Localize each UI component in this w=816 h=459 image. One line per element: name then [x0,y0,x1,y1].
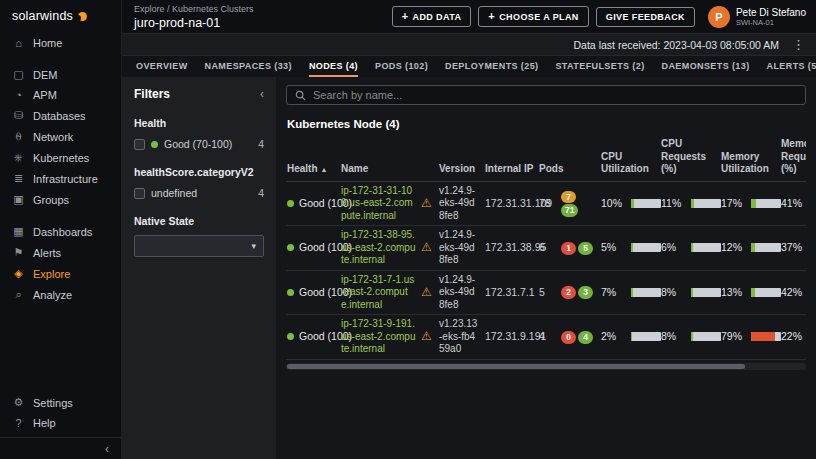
version-value: v1.24.9-eks-49d8fe8 [438,181,484,226]
progress-bar [751,199,781,208]
sidebar-item-apm[interactable]: ◔ APM [0,85,121,105]
kebab-menu-icon[interactable]: ⋮ [789,38,808,51]
tab-statefulsets[interactable]: STATEFULSETS (2) [555,56,644,77]
tab-overview[interactable]: OVERVIEW [136,56,188,77]
sidebar-item-help[interactable]: ? Help [0,413,121,433]
nodes-table-wrap: Health▲ Name Version Internal IP Pods CP… [286,134,806,360]
plus-icon: + [402,11,409,22]
sidebar-item-explore[interactable]: ◈ Explore [0,263,121,284]
choose-a-plan-label: CHOOSE A PLAN [499,12,579,22]
warning-triangle-icon[interactable]: ⚠ [421,240,432,254]
data-last-received-text: Data last received: 2023-04-03 08:05:00 … [574,39,779,51]
tab-deployments[interactable]: DEPLOYMENTS (25) [445,56,538,77]
memory-utilization-cell: 13% [721,286,776,299]
tab-pods[interactable]: PODS (102) [375,56,428,77]
node-name-link[interactable]: ip-172-31-31-109.us-east-2.compute.inter… [341,185,416,223]
content: Filters ‹ Health Good (70-100) 4 healthS… [122,77,816,459]
sidebar-item-label: Dashboards [33,226,92,238]
add-data-label: ADD DATA [413,12,462,22]
col-memory-utilization[interactable]: Memory Utilization [720,134,780,181]
alerts-icon: ⚑ [12,246,25,259]
col-internal-ip[interactable]: Internal IP [484,134,538,181]
cpu-requests-cell: 6% [661,241,716,254]
filter-section-category: healthScore.categoryV2 [134,166,264,178]
filter-section-health: Health [134,117,264,129]
search-box [286,85,806,105]
cpu-requests-cell: 11% [661,197,716,210]
choose-a-plan-button[interactable]: + CHOOSE A PLAN [478,6,588,27]
node-name-link[interactable]: ip-172-31-38-95.us-east-2.compute.intern… [341,229,416,267]
node-name-link[interactable]: ip-172-31-7-1.us-east-2.compute.internal [341,274,416,312]
tab-daemonsets[interactable]: DAEMONSETS (13) [662,56,750,77]
pods-critical-badge[interactable]: 2 [561,286,576,299]
progress-bar [691,199,721,208]
search-input[interactable] [313,89,797,101]
pods-ok-badge[interactable]: 4 [578,331,593,344]
col-name[interactable]: Name [340,134,420,181]
warning-triangle-icon[interactable]: ⚠ [421,329,432,343]
progress-bar [751,332,781,341]
progress-bar [751,288,781,297]
tab-namespaces[interactable]: NAMESPACES (33) [205,56,292,77]
filters-header: Filters ‹ [134,87,264,101]
warning-triangle-icon[interactable]: ⚠ [421,196,432,210]
filters-collapse-icon[interactable]: ‹ [260,87,264,101]
sidebar-item-network[interactable]: ⍬ Network [0,126,121,147]
col-cpu-utilization[interactable]: CPU Utilization [600,134,660,181]
pods-ok-badge[interactable]: 5 [578,242,593,255]
pods-count: 78 [538,181,560,226]
sidebar-item-groups[interactable]: ▣ Groups [0,189,121,210]
col-cpu-requests[interactable]: CPU Requests (%) [660,134,720,181]
sidebar-item-label: Groups [33,194,69,206]
add-data-button[interactable]: + ADD DATA [392,6,472,27]
sidebar-item-infrastructure[interactable]: ≣ Infrastructure [0,168,121,189]
main-panel: Kubernetes Node (4) Health▲ Name [276,77,816,459]
checkbox-undefined[interactable] [134,188,145,199]
horizontal-scrollbar-thumb[interactable] [287,364,745,369]
sidebar-item-analyze[interactable]: ⌕ Analyze [0,284,121,305]
breadcrumb-kubernetes-clusters-link[interactable]: Kubernetes Clusters [172,4,254,14]
dashboards-icon: ▦ [12,225,25,238]
sidebar: solarwinds ⌂ Home ▢ DEM ◔ APM ⛁ Database… [0,0,122,459]
tab-nodes[interactable]: NODES (4) [309,56,358,77]
sidebar-item-kubernetes[interactable]: ⎈ Kubernetes [0,147,121,168]
checkbox-good[interactable] [134,139,145,150]
pods-ok-badge[interactable]: 71 [561,204,578,217]
sidebar-item-label: Alerts [33,247,61,259]
sidebar-item-databases[interactable]: ⛁ Databases [0,105,121,126]
sidebar-item-alerts[interactable]: ⚑ Alerts [0,242,121,263]
col-memory-requests[interactable]: Memory Requests (%) [780,134,806,181]
node-name-link[interactable]: ip-172-31-9-191.us-east-2.compute.intern… [341,318,416,356]
table-row: Good (100) ip-172-31-9-191.us-east-2.com… [286,315,806,360]
breadcrumb-explore-link[interactable]: Explore [134,4,165,14]
memory-utilization-cell: 17% [721,197,776,210]
table-header-row: Health▲ Name Version Internal IP Pods CP… [286,134,806,181]
sidebar-item-dashboards[interactable]: ▦ Dashboards [0,221,121,242]
solarwinds-logo[interactable]: solarwinds [0,0,121,33]
filters-title: Filters [134,87,170,101]
sidebar-item-dem[interactable]: ▢ DEM [0,64,121,85]
sidebar-item-home[interactable]: ⌂ Home [0,33,121,53]
sidebar-collapse-button[interactable]: ‹ [0,437,121,459]
pods-critical-badge[interactable]: 0 [561,331,576,344]
sidebar-item-settings[interactable]: ⚙ Settings [0,392,121,413]
tabs-bar: OVERVIEW NAMESPACES (33) NODES (4) PODS … [122,56,816,77]
chevron-down-icon: ▾ [251,241,256,251]
warning-triangle-icon[interactable]: ⚠ [421,285,432,299]
col-health[interactable]: Health▲ [286,134,340,181]
native-state-dropdown[interactable]: ▾ [134,235,264,257]
progress-bar [631,199,661,208]
main-column: Explore / Kubernetes Clusters juro-prod-… [122,0,816,459]
pods-ok-badge[interactable]: 3 [578,286,593,299]
pods-warning-badge[interactable]: 7 [561,191,576,204]
tab-alerts[interactable]: ALERTS (5) [767,56,816,77]
sidebar-footer: ⚙ Settings ? Help [0,392,121,437]
col-version[interactable]: Version [438,134,484,181]
pods-critical-badge[interactable]: 1 [561,242,576,255]
filter-option-label: Good (70-100) [164,138,232,150]
user-menu[interactable]: P Pete Di Stefano SWI-NA-01 [708,6,806,28]
cpu-requests-cell: 8% [661,286,716,299]
give-feedback-button[interactable]: GIVE FEEDBACK [596,7,695,27]
filter-section-native-state: Native State [134,215,264,227]
col-pods[interactable]: Pods [538,134,560,181]
